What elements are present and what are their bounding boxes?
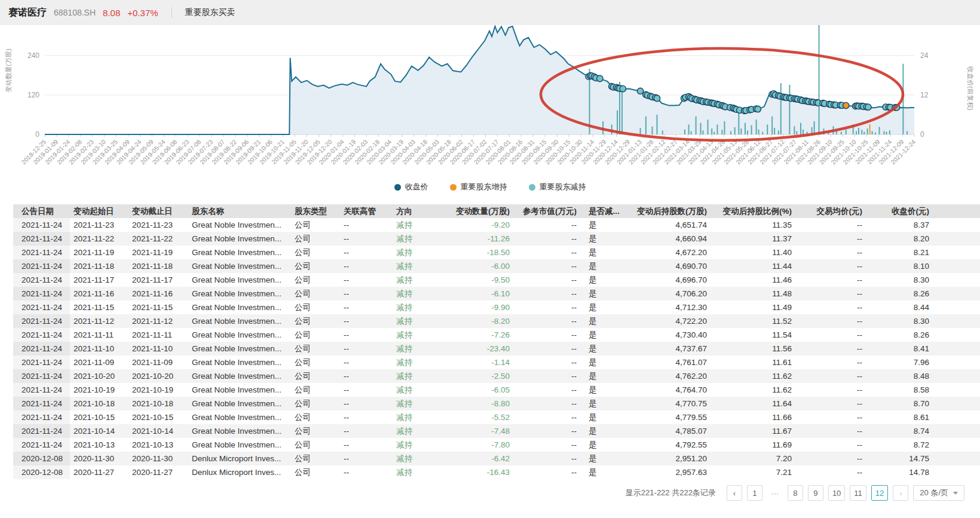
table-cell: 8.48 <box>871 369 938 383</box>
page-button-11[interactable]: 11 <box>850 485 866 501</box>
reduction-marker <box>620 85 626 91</box>
table-cell: Great Noble Investmen... <box>188 355 291 369</box>
page-button-12[interactable]: 12 <box>871 485 888 501</box>
table-row: 2021-11-242021-11-232021-11-23Great Nobl… <box>13 218 980 232</box>
table-cell: 2021-11-10 <box>70 342 128 355</box>
page-button-10[interactable]: 10 <box>828 485 845 501</box>
chart-canvas[interactable]: 012024001224变动数量(万股)收盘价(前复权)2018-12-2520… <box>0 25 980 179</box>
table-cell: 11.46 <box>715 273 800 287</box>
table-cell: -- <box>340 342 393 355</box>
table-cell: 2021-11-11 <box>70 328 128 342</box>
nav-item-important-shareholder-trading[interactable]: 重要股东买卖 <box>185 7 235 18</box>
table-cell: Great Noble Investmen... <box>188 369 291 383</box>
table-cell: 8.30 <box>871 314 938 328</box>
table-cell: -7.48 <box>448 424 518 438</box>
table-cell: 2021-11-24 <box>13 232 70 246</box>
table-cell: 2021-11-24 <box>13 259 70 273</box>
table-cell: 是 <box>585 314 632 328</box>
stock-name: 赛诺医疗 <box>8 7 47 19</box>
legend-item[interactable]: 收盘价 <box>394 182 428 192</box>
table-cell: 2021-11-19 <box>70 246 128 259</box>
column-header: 变动后持股数(万股) <box>632 204 715 218</box>
table-cell: 4,696.70 <box>632 273 715 287</box>
table-cell: 减持 <box>393 328 448 342</box>
table-cell: 11.35 <box>715 218 800 232</box>
prev-page-button[interactable]: ‹ <box>727 485 742 501</box>
table-cell: 8.61 <box>871 410 938 424</box>
table-cell: -- <box>518 355 585 369</box>
reduction-marker <box>755 106 761 112</box>
table-cell: -5.52 <box>448 410 518 424</box>
right-axis-title: 收盘价(前复权) <box>967 66 974 110</box>
table-cell: -- <box>340 301 393 314</box>
table-cell: 2021-10-20 <box>128 369 188 383</box>
table-cell: 减持 <box>393 369 448 383</box>
table-cell: 减持 <box>393 314 448 328</box>
reduction-marker <box>637 88 643 94</box>
table-cell: -- <box>800 287 871 301</box>
column-header: 公告日期 <box>13 204 70 218</box>
table-cell: -- <box>340 465 393 479</box>
right-axis-tick: 0 <box>920 130 924 139</box>
table-cell: -- <box>800 273 871 287</box>
column-header: 变动后持股比例(%) <box>715 204 800 218</box>
table-cell: 4,737.67 <box>632 342 715 355</box>
table-cell: 公司 <box>291 369 340 383</box>
table-cell: -- <box>518 232 585 246</box>
table-cell: -- <box>518 452 585 465</box>
table-cell: 2,957.63 <box>632 465 715 479</box>
table-cell: 2021-10-19 <box>128 383 188 397</box>
table-cell: 4,792.55 <box>632 438 715 452</box>
table-cell: -- <box>800 301 871 314</box>
legend-dot-icon <box>529 184 535 191</box>
page-size-value: 20 条/页 <box>920 488 948 498</box>
table-cell: 2021-11-24 <box>13 342 70 355</box>
table-cell: -- <box>518 465 585 479</box>
table-cell: -- <box>340 246 393 259</box>
next-page-button[interactable]: › <box>893 485 908 501</box>
table-cell: -- <box>800 355 871 369</box>
table-cell: 11.62 <box>715 369 800 383</box>
right-axis-tick: 24 <box>920 51 929 60</box>
table-cell: 11.49 <box>715 301 800 314</box>
table-row: 2021-11-242021-11-122021-11-12Great Nobl… <box>13 314 980 328</box>
reduction-marker <box>865 104 871 110</box>
table-cell: 公司 <box>291 383 340 397</box>
table-cell: 2021-11-22 <box>70 232 128 246</box>
table-cell: 4,660.94 <box>632 232 715 246</box>
table-cell: 公司 <box>291 259 340 273</box>
table-cell: 2020-11-30 <box>70 452 128 465</box>
table-cell: 是 <box>585 218 632 232</box>
table-cell: 公司 <box>291 273 340 287</box>
table-cell: -1.14 <box>448 355 518 369</box>
table-cell: 2021-11-23 <box>70 218 128 232</box>
shareholder-trading-chart[interactable]: 012024001224变动数量(万股)收盘价(前复权)2018-12-2520… <box>0 25 980 195</box>
table-cell: Great Noble Investmen... <box>188 328 291 342</box>
table-row: 2021-11-242021-11-172021-11-17Great Nobl… <box>13 273 980 287</box>
page-button-9[interactable]: 9 <box>808 485 823 501</box>
table-cell: 11.37 <box>715 232 800 246</box>
table-cell: 4,785.07 <box>632 424 715 438</box>
table-cell: 2021-10-20 <box>70 369 128 383</box>
reduction-marker <box>654 95 660 101</box>
table-cell: 2021-11-24 <box>13 246 70 259</box>
table-cell: Great Noble Investmen... <box>188 397 291 410</box>
page-button-1[interactable]: 1 <box>747 485 762 501</box>
legend-item[interactable]: 重要股东减持 <box>529 182 586 192</box>
table-cell: -- <box>340 273 393 287</box>
table-cell: -- <box>800 259 871 273</box>
table-cell: -- <box>340 259 393 273</box>
table-cell: 2020-12-08 <box>13 465 70 479</box>
table-cell: 减持 <box>393 301 448 314</box>
page-size-select[interactable]: 20 条/页 <box>913 485 964 501</box>
table-cell: 公司 <box>291 246 340 259</box>
table-cell: 2021-10-13 <box>128 438 188 452</box>
table-cell: -- <box>340 355 393 369</box>
table-cell: 减持 <box>393 232 448 246</box>
column-header: 关联高管 <box>340 204 393 218</box>
table-cell: 2021-10-15 <box>70 410 128 424</box>
legend-item[interactable]: 重要股东增持 <box>450 182 507 192</box>
table-cell: 减持 <box>393 355 448 369</box>
page-button-8[interactable]: 8 <box>788 485 803 501</box>
column-header: 收盘价(元) <box>871 204 938 218</box>
